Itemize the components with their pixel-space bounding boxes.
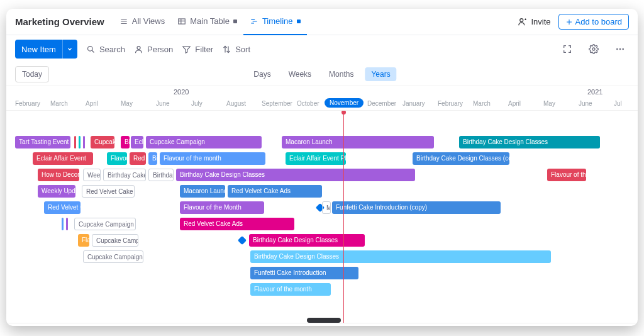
scale-months[interactable]: Months <box>323 67 360 81</box>
view-tab-main-table[interactable]: Main Table <box>171 9 243 35</box>
person-filter[interactable]: Person <box>134 45 173 54</box>
person-plus-icon <box>518 17 527 26</box>
view-tab-label: Main Table <box>190 16 230 26</box>
new-item-caret[interactable] <box>62 40 77 59</box>
timeline-bar[interactable]: Flavour of the month <box>250 283 331 296</box>
timeline-milestone[interactable] <box>238 236 247 245</box>
timeline-bar[interactable]: Cupcake Campaign <box>146 136 262 148</box>
board-title: Marketing Overview <box>15 16 104 27</box>
sort-label: Sort <box>235 45 250 54</box>
timeline-bar[interactable]: Red Velvet Cake Ads <box>228 185 322 198</box>
timeline-bar[interactable]: How to Decora <box>38 169 79 181</box>
more-button[interactable] <box>611 40 629 58</box>
timeline-marker[interactable] <box>83 136 85 148</box>
sort-button[interactable]: Sort <box>222 45 250 54</box>
timeline-bar[interactable]: Fla <box>78 234 89 247</box>
month-label: Jul <box>614 100 622 107</box>
table-icon <box>177 17 186 26</box>
top-bar: Marketing Overview All Views Main Table … <box>6 9 638 35</box>
timeline-bar[interactable]: Cupcake Campaign <box>92 234 138 247</box>
filter-label: Filter <box>195 45 213 54</box>
timeline-bar[interactable]: Birthday Cake Desi <box>103 169 146 181</box>
new-item-button[interactable]: New Item <box>15 40 77 59</box>
month-label: April <box>86 100 98 107</box>
timeline-bar[interactable]: Red Velvet Cake Ads <box>82 185 135 198</box>
timeline-bar[interactable]: Funfetti Cake Introduction <box>250 267 358 279</box>
timeline-bar[interactable]: Birthday Cake Design Classes <box>176 169 415 181</box>
dots-icon <box>615 44 625 54</box>
month-label: March <box>50 100 68 107</box>
timeline-bar[interactable]: Flavour of the Month <box>180 201 264 214</box>
timeline-bar[interactable]: Birthday Cake Design Classes <box>250 250 551 263</box>
timeline-bar[interactable]: Red Velvet Ca <box>44 201 80 214</box>
timeline-bar[interactable]: Eclair Affair Event Planning <box>286 152 346 165</box>
month-label: May <box>543 100 555 107</box>
svg-point-20 <box>592 48 595 50</box>
gear-icon <box>589 44 599 54</box>
timeline-marker[interactable] <box>79 136 80 148</box>
month-label-current[interactable]: November <box>325 98 364 108</box>
svg-point-9 <box>520 19 523 22</box>
month-label: December <box>367 100 396 107</box>
timeline-bar[interactable]: Macaron Launch Pr <box>180 185 225 198</box>
month-label: February <box>438 100 463 107</box>
month-label: September <box>262 100 292 107</box>
month-label: August <box>226 100 246 107</box>
timeline-bar[interactable]: Cupcake Campaign (cop <box>74 218 136 230</box>
timeline-bar[interactable]: Cupcake Campaign (copy) <box>83 250 143 263</box>
timeline-bar[interactable]: Cupcake <box>91 136 114 148</box>
today-button[interactable]: Today <box>15 66 49 82</box>
svg-marker-17 <box>183 47 190 53</box>
timeline-bar[interactable]: Tart Tasting Event <box>15 136 70 148</box>
timeline-marker[interactable] <box>62 218 64 230</box>
timeline-bar[interactable]: Flavou <box>107 152 127 165</box>
timeline-bar[interactable]: Red Velvet Cake Ads <box>180 218 294 230</box>
scale-group: Days Weeks Months Years <box>247 67 396 81</box>
timeline-bar[interactable]: Birthday Cake Design Classes <box>249 234 365 247</box>
timeline-chart[interactable]: Tart Tasting EventCupcakeBirEclaiCupcake… <box>6 111 638 323</box>
timeline-bar[interactable]: Weekly Update <box>38 185 75 198</box>
svg-point-23 <box>622 48 624 50</box>
timeline-bar[interactable]: Weekl <box>83 169 101 181</box>
timeline-bar[interactable]: Eclai <box>131 136 143 148</box>
timeline-bar[interactable]: Eclair Affair Event <box>33 152 93 165</box>
timeline-bar[interactable]: Bir <box>148 152 157 165</box>
timeline-bar[interactable]: Ma <box>322 201 331 214</box>
timeline-bar[interactable]: Birthday Cake Design Classes <box>459 136 600 148</box>
year-label-2020: 2020 <box>174 88 189 96</box>
add-to-board-button[interactable]: Add to board <box>558 14 629 30</box>
person-icon <box>134 45 143 54</box>
timeline-bar[interactable]: Birthday Cake Design Classes (copy) <box>413 152 509 165</box>
pin-icon <box>233 20 237 23</box>
fullscreen-icon <box>562 44 572 54</box>
svg-point-16 <box>137 46 140 49</box>
time-controls: Today Days Weeks Months Years <box>6 63 638 86</box>
view-tab-all-views[interactable]: All Views <box>113 9 172 35</box>
month-label: June <box>579 100 592 107</box>
horizontal-scroll-thumb[interactable] <box>307 318 341 323</box>
timeline-marker[interactable] <box>74 136 76 148</box>
svg-point-21 <box>616 48 618 50</box>
invite-button[interactable]: Invite <box>518 17 550 26</box>
scale-weeks[interactable]: Weeks <box>282 67 318 81</box>
timeline-bar[interactable]: Funfetti Cake Introduction (copy) <box>332 201 501 214</box>
filter-button[interactable]: Filter <box>182 45 213 54</box>
scale-years[interactable]: Years <box>365 67 396 81</box>
timeline-bar[interactable]: Bir <box>121 136 130 148</box>
pin-icon <box>297 20 301 23</box>
scale-days[interactable]: Days <box>247 67 277 81</box>
timeline-bar[interactable]: Macaron Launch <box>282 136 434 148</box>
search-label: Search <box>99 45 125 54</box>
timeline-bar[interactable]: Flavour of th <box>547 169 586 181</box>
svg-line-15 <box>92 50 94 52</box>
timeline-bar[interactable]: Red V <box>130 152 146 165</box>
timeline-bar[interactable]: Flavour of the month <box>160 152 265 165</box>
month-label: January <box>402 100 425 107</box>
month-header: FebruaryMarchAprilMayJuneJulyAugustSepte… <box>6 98 638 111</box>
view-tab-timeline[interactable]: Timeline <box>243 9 307 35</box>
fullscreen-button[interactable] <box>558 40 576 58</box>
timeline-bar[interactable]: Birthday C <box>148 169 174 181</box>
timeline-marker[interactable] <box>66 218 68 230</box>
settings-button[interactable] <box>585 40 602 58</box>
search-button[interactable]: Search <box>86 45 125 54</box>
